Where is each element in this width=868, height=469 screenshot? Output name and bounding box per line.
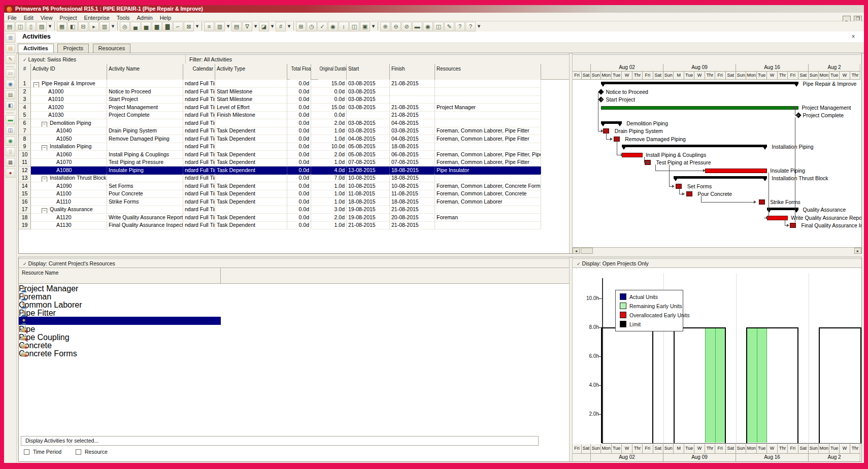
activity-row[interactable]: 14A1090Set Formsndard Full TimeTask Depe… [19, 182, 569, 190]
print-icon[interactable]: ▤ [5, 22, 15, 31]
resource-row[interactable]: Pipe Coupling [19, 333, 569, 341]
activity-row[interactable]: 12A1080Insulate Pipingndard Full TimeTas… [19, 166, 569, 175]
tools-dropdown-icon[interactable]: ▾ [286, 22, 292, 30]
zoom-out-icon[interactable]: ⊖ [391, 22, 401, 31]
notes-icon[interactable]: ✎ [444, 22, 454, 31]
open-layout-icon[interactable]: ⊟ [6, 44, 15, 53]
reports-icon[interactable]: ◧ [6, 101, 15, 110]
activity-usage-profile-icon[interactable]: ▅ [141, 22, 151, 31]
level-resources-icon[interactable]: ◷ [307, 22, 317, 31]
activity-row[interactable]: 11A1070Test Piping at Pressurendard Full… [19, 158, 569, 166]
column-header-resources[interactable]: Resources [435, 64, 541, 80]
tab-projects[interactable]: Projects [57, 44, 89, 53]
resource-row[interactable]: Project Manager [19, 284, 569, 292]
gantt-summary-bar[interactable] [767, 208, 798, 210]
filter-dropdown-icon[interactable]: ▾ [253, 22, 258, 30]
resource-options-bar[interactable]: ✓Display: Current Project's Resources [19, 258, 569, 268]
time-period-checkbox[interactable] [24, 449, 29, 455]
gantt-task-bar[interactable] [622, 153, 643, 157]
gantt-summary-bar[interactable] [601, 82, 798, 84]
progress-spotlight-icon[interactable]: ▥ [99, 22, 110, 31]
find-icon[interactable]: ◎ [120, 22, 130, 31]
spreadsheet-view-icon[interactable]: ▦ [57, 22, 67, 31]
page-setup-icon[interactable]: ▯ [26, 22, 36, 31]
activity-row[interactable]: 17−Quality Assurancendard Full Time0.0d3… [19, 206, 569, 214]
activity-row[interactable]: 4A1020Project Managementndard Full TimeL… [19, 104, 569, 112]
assign-dropdown-icon[interactable]: ▾ [371, 22, 376, 30]
column-header-total-float[interactable]: Total Float [290, 64, 311, 80]
trace-logic-icon[interactable]: ⌐ [173, 22, 183, 31]
collapse-icon[interactable]: − [42, 122, 47, 127]
column-header--[interactable]: # [19, 64, 31, 80]
activity-row[interactable]: 2A1000Notice to Proceedndard Full TimeSt… [19, 88, 569, 96]
charts-dropdown-icon[interactable]: ▾ [194, 22, 200, 30]
scroll-right-icon[interactable]: ► [854, 248, 861, 254]
column-header-activity-name[interactable]: Activity Name [107, 64, 183, 80]
line-numbers-icon[interactable]: # [276, 22, 286, 31]
scroll-thumb[interactable] [581, 248, 593, 254]
copy-icon[interactable]: ◫ [6, 126, 15, 135]
activity-row[interactable]: 18A1120Write Quality Assurance Reportnda… [19, 214, 569, 222]
collapse-icon[interactable]: − [42, 145, 47, 151]
activity-row[interactable]: 6−Demolition Pipingndard Full Time0.0d2.… [19, 119, 569, 127]
table-font-icon[interactable]: ▤ [231, 22, 242, 31]
column-header-activity-type[interactable]: Activity Type [215, 64, 287, 80]
split-horizontal-icon[interactable]: ▬ [412, 22, 422, 31]
activity-row[interactable]: 8A1050Remove Damaged Pipingndard Full Ti… [19, 135, 569, 143]
activity-row[interactable]: 19A1130Final Quality Assurance Inspectio… [19, 221, 569, 229]
team-icon[interactable]: ◉ [6, 137, 15, 146]
activity-row[interactable]: 1−Pipe Repair & Improvendard Full Time0.… [19, 80, 569, 88]
zoom-fit-icon[interactable]: ⊘ [402, 22, 412, 31]
resource-row[interactable]: Foreman [19, 292, 569, 300]
split-vertical-icon[interactable]: ◫ [433, 22, 444, 31]
bars-icon[interactable]: ≡ [204, 22, 214, 31]
status-icon[interactable]: ▬ [6, 115, 15, 124]
group-sort-icon[interactable]: ◪ [259, 22, 269, 31]
help-icon[interactable]: ? [455, 22, 465, 31]
gantt-h-scrollbar[interactable]: ◄ ► [573, 247, 861, 254]
print-preview-icon[interactable]: ◫ [15, 22, 25, 31]
context-help-icon[interactable]: ? [465, 22, 476, 31]
layout-options-button[interactable]: ✓Layout: Swiss Rides [23, 56, 76, 62]
columns-icon[interactable]: ▥ [215, 22, 225, 31]
milestone-icon[interactable] [598, 89, 604, 94]
resource-row[interactable]: Pipe [19, 325, 569, 333]
calculator-icon[interactable]: ▦ [6, 158, 15, 167]
assign-resources-icon[interactable]: ◫ [349, 22, 359, 31]
column-header-activity-id[interactable]: Activity ID [31, 64, 107, 80]
group-dropdown-icon[interactable]: ▾ [270, 22, 275, 30]
profile-options-bar[interactable]: ✓Display: Open Projects Only [573, 258, 861, 268]
print-dropdown-icon[interactable]: ▾ [47, 22, 53, 30]
activity-row[interactable]: 16A1110Strike Formsndard Full TimeTask D… [19, 198, 569, 206]
gantt-summary-bar[interactable] [622, 145, 767, 147]
update-progress-icon[interactable]: ◉ [328, 22, 338, 31]
collapse-icon[interactable]: − [42, 177, 47, 182]
activity-row[interactable]: 5A1030Project Completendard Full TimeFin… [19, 111, 569, 119]
resources-window-icon[interactable]: ◉ [6, 80, 15, 89]
notebook-icon[interactable]: ▤ [6, 90, 15, 99]
filter-label[interactable]: Filter: All Activities [189, 56, 232, 62]
gantt-task-bar[interactable] [705, 169, 767, 173]
column-header-calendar[interactable]: Calendar [183, 64, 215, 80]
table-gantt-splitter[interactable] [569, 53, 573, 253]
resource-row[interactable]: Concrete [19, 341, 569, 349]
scroll-left-icon[interactable]: ◄ [573, 248, 580, 254]
schedule-icon[interactable]: ⊞ [296, 22, 306, 31]
alert-icon[interactable]: ● [6, 169, 15, 178]
activity-row[interactable]: 10A1060Install Piping & Couplingsndard F… [19, 151, 569, 159]
resource-row[interactable]: Pipe Fitter [19, 309, 569, 317]
tab-activities[interactable]: Activities [18, 44, 54, 53]
activity-row[interactable]: 3A1010Start Projectndard Full TimeStart … [19, 95, 569, 104]
gantt-summary-bar[interactable] [674, 176, 767, 179]
collapse-icon[interactable]: − [34, 82, 39, 88]
tab-resources[interactable]: Resources [93, 44, 131, 53]
resource-usage-profile-icon[interactable]: ▇ [162, 22, 173, 31]
resource-checkbox[interactable] [76, 449, 81, 455]
close-icon[interactable]: × [850, 33, 857, 40]
print-options-icon[interactable]: ▨ [37, 22, 47, 31]
gantt-chart-icon[interactable]: ▄ [130, 22, 141, 31]
projects-window-icon[interactable]: ▭ [6, 69, 15, 78]
zoom-in-icon[interactable]: ⊕ [380, 22, 390, 31]
gantt-loe-bar[interactable] [601, 106, 798, 110]
column-header-start[interactable]: Start [347, 64, 390, 80]
